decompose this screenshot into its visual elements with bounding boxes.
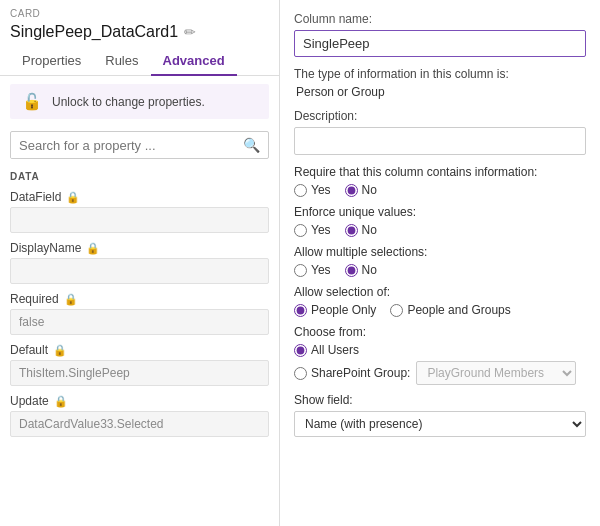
prop-lock-icon: 🔒 xyxy=(66,191,80,204)
card-title: SinglePeep_DataCard1 xyxy=(10,23,178,41)
props-container: DataField 🔒 DisplayName 🔒 Required 🔒 Def… xyxy=(0,186,279,441)
unique-section: Enforce unique values: Yes No xyxy=(294,205,586,237)
lock-icon: 🔓 xyxy=(22,92,42,111)
prop-label: DisplayName xyxy=(10,241,81,255)
prop-lock-icon: 🔒 xyxy=(53,344,67,357)
prop-lock-icon: 🔒 xyxy=(54,395,68,408)
sharepoint-group-row: SharePoint Group: PlayGround Members xyxy=(294,361,586,385)
sharepoint-group-option[interactable]: SharePoint Group: xyxy=(294,366,410,380)
column-name-input[interactable] xyxy=(294,30,586,57)
selection-section: Allow selection of: People Only People a… xyxy=(294,285,586,317)
prop-group: DataField 🔒 xyxy=(0,186,279,237)
search-input[interactable] xyxy=(11,133,235,158)
multiple-section: Allow multiple selections: Yes No xyxy=(294,245,586,277)
selection-people-only[interactable]: People Only xyxy=(294,303,376,317)
prop-label-row: Update 🔒 xyxy=(10,394,269,408)
prop-lock-icon: 🔒 xyxy=(86,242,100,255)
prop-label: DataField xyxy=(10,190,61,204)
left-panel: CARD SinglePeep_DataCard1 ✏ Properties R… xyxy=(0,0,280,526)
prop-label-row: Required 🔒 xyxy=(10,292,269,306)
prop-value-input xyxy=(10,411,269,437)
column-name-label: Column name: xyxy=(294,12,586,26)
selection-radio-row: People Only People and Groups xyxy=(294,303,586,317)
require-radio-row: Yes No xyxy=(294,183,586,197)
show-field-select[interactable]: Name (with presence) xyxy=(294,411,586,437)
card-title-row: SinglePeep_DataCard1 ✏ xyxy=(0,21,279,47)
prop-value-input xyxy=(10,360,269,386)
unique-radio-row: Yes No xyxy=(294,223,586,237)
description-label: Description: xyxy=(294,109,586,123)
prop-value-input xyxy=(10,309,269,335)
section-data-label: DATA xyxy=(0,167,279,186)
unique-yes[interactable]: Yes xyxy=(294,223,331,237)
tab-rules[interactable]: Rules xyxy=(93,47,150,76)
prop-group: Update 🔒 xyxy=(0,390,279,441)
search-icon[interactable]: 🔍 xyxy=(235,132,268,158)
prop-value-input xyxy=(10,207,269,233)
multiple-radio-row: Yes No xyxy=(294,263,586,277)
tab-advanced[interactable]: Advanced xyxy=(151,47,237,76)
unlock-text: Unlock to change properties. xyxy=(52,95,205,109)
show-field-label: Show field: xyxy=(294,393,586,407)
prop-label: Required xyxy=(10,292,59,306)
prop-label-row: DataField 🔒 xyxy=(10,190,269,204)
prop-label-row: Default 🔒 xyxy=(10,343,269,357)
prop-group: Default 🔒 xyxy=(0,339,279,390)
require-label: Require that this column contains inform… xyxy=(294,165,586,179)
selection-label: Allow selection of: xyxy=(294,285,586,299)
all-users-row: All Users xyxy=(294,343,586,357)
tab-properties[interactable]: Properties xyxy=(10,47,93,76)
unique-label: Enforce unique values: xyxy=(294,205,586,219)
description-input[interactable] xyxy=(294,127,586,155)
selection-people-groups[interactable]: People and Groups xyxy=(390,303,510,317)
prop-lock-icon: 🔒 xyxy=(64,293,78,306)
right-panel: Column name: The type of information in … xyxy=(280,0,600,526)
unlock-bar: 🔓 Unlock to change properties. xyxy=(10,84,269,119)
search-row: 🔍 xyxy=(10,131,269,159)
prop-label: Update xyxy=(10,394,49,408)
all-users-option[interactable]: All Users xyxy=(294,343,359,357)
prop-group: Required 🔒 xyxy=(0,288,279,339)
choose-from-label: Choose from: xyxy=(294,325,586,339)
group-select[interactable]: PlayGround Members xyxy=(416,361,576,385)
choose-from-section: Choose from: All Users SharePoint Group:… xyxy=(294,325,586,385)
prop-label: Default xyxy=(10,343,48,357)
type-label: The type of information in this column i… xyxy=(294,67,586,81)
multiple-yes[interactable]: Yes xyxy=(294,263,331,277)
edit-icon[interactable]: ✏ xyxy=(184,24,196,40)
prop-value-input xyxy=(10,258,269,284)
multiple-label: Allow multiple selections: xyxy=(294,245,586,259)
unique-no[interactable]: No xyxy=(345,223,377,237)
multiple-no[interactable]: No xyxy=(345,263,377,277)
require-no[interactable]: No xyxy=(345,183,377,197)
prop-group: DisplayName 🔒 xyxy=(0,237,279,288)
type-value: Person or Group xyxy=(294,85,586,99)
prop-label-row: DisplayName 🔒 xyxy=(10,241,269,255)
tabs-row: Properties Rules Advanced xyxy=(0,47,279,76)
card-label: CARD xyxy=(0,0,279,21)
require-section: Require that this column contains inform… xyxy=(294,165,586,197)
show-field-section: Show field: Name (with presence) xyxy=(294,393,586,437)
require-yes[interactable]: Yes xyxy=(294,183,331,197)
